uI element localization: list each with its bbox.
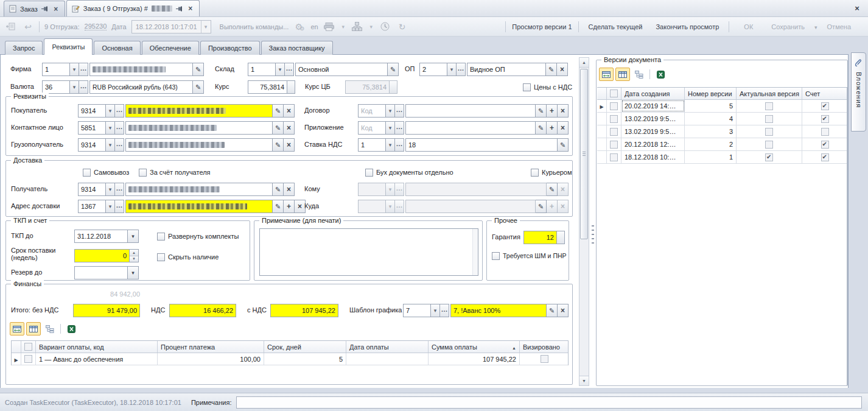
- cell-actual[interactable]: [737, 138, 802, 150]
- table-row[interactable]: 1 — Аванс до обеспечения 100,00 5 107 94…: [12, 353, 568, 365]
- buh-docs-checkbox[interactable]: Бух документы отдельно: [365, 168, 453, 177]
- undo-icon[interactable]: ↩: [22, 21, 34, 33]
- gruz-code-combo[interactable]: 9314: [78, 138, 124, 152]
- tkp-do-date-field[interactable]: 31.12.2018: [74, 230, 139, 243]
- edit-icon[interactable]: [273, 121, 284, 135]
- edit-icon[interactable]: [193, 80, 204, 94]
- cell-num[interactable]: 4: [685, 113, 737, 125]
- main-scrollbar[interactable]: ▲ ▼: [579, 57, 589, 386]
- s-nds-field[interactable]: 107 945,22: [270, 304, 338, 317]
- row-checkbox[interactable]: [607, 125, 621, 138]
- tab-zakaz-postavschiku[interactable]: Заказ поставщику: [261, 41, 333, 55]
- valuta-code-combo[interactable]: 36: [42, 80, 88, 94]
- lookup-icon[interactable]: [440, 304, 449, 317]
- clear-icon[interactable]: [557, 63, 568, 76]
- scrollbar-thumb[interactable]: [580, 69, 588, 239]
- lookup-icon[interactable]: [115, 200, 124, 213]
- clear-icon[interactable]: [284, 138, 295, 152]
- pokupatel-name-field[interactable]: [125, 104, 295, 118]
- cell-schet[interactable]: [802, 138, 847, 150]
- row-checkbox[interactable]: [607, 151, 621, 163]
- add-icon[interactable]: [284, 200, 295, 213]
- kurs-cb-field[interactable]: 75,3814: [345, 80, 397, 94]
- garantiya-button[interactable]: [557, 231, 565, 244]
- scroll-down-icon[interactable]: ▼: [579, 376, 589, 385]
- clear-icon[interactable]: [284, 121, 295, 135]
- primechanie-textarea[interactable]: [259, 228, 478, 276]
- checkbox-icon[interactable]: [765, 115, 773, 123]
- chevron-down-icon[interactable]: [106, 200, 115, 213]
- pokupatel-code-combo[interactable]: 9314: [78, 104, 124, 118]
- edit-icon[interactable]: [273, 200, 284, 213]
- adres-code-combo[interactable]: 1367: [78, 200, 124, 213]
- table-row[interactable]: 13.02.2019 9:5… 3: [597, 125, 847, 138]
- cell-schet[interactable]: [802, 113, 847, 125]
- prilozhenie-field[interactable]: [405, 121, 569, 135]
- row-checkbox[interactable]: [607, 113, 621, 125]
- samovyvoz-checkbox[interactable]: Самовывоз: [83, 168, 129, 177]
- history-clock-icon[interactable]: [379, 21, 391, 33]
- checkbox-icon[interactable]: [157, 233, 165, 241]
- cancel-button[interactable]: Отмена: [824, 21, 855, 32]
- add-icon[interactable]: [547, 121, 558, 135]
- tab-order-shipment[interactable]: Заказ ( 9 Отгрузка) # ×: [66, 0, 200, 16]
- cell-percent[interactable]: 100,00: [158, 353, 264, 365]
- close-icon[interactable]: ×: [52, 5, 60, 13]
- skryt-checkbox[interactable]: Скрыть наличие: [157, 253, 219, 261]
- chevron-down-icon[interactable]: [106, 104, 115, 118]
- op-code-combo[interactable]: 2: [419, 63, 466, 76]
- gruz-name-field[interactable]: [125, 138, 295, 152]
- kuryerom-checkbox[interactable]: Курьером: [531, 168, 572, 177]
- srok-spin-field[interactable]: 0 ▲▼: [74, 249, 139, 262]
- checkbox-icon[interactable]: [765, 102, 773, 110]
- checkbox-icon[interactable]: [821, 153, 829, 161]
- select-all-checkbox[interactable]: [607, 88, 621, 99]
- stavka-nds-field[interactable]: 18: [405, 138, 569, 152]
- row-checkbox[interactable]: [21, 353, 36, 365]
- cell-actual[interactable]: [737, 100, 802, 112]
- add-icon[interactable]: [547, 104, 558, 118]
- tab-attachments[interactable]: Вложения: [851, 52, 866, 132]
- edit-icon[interactable]: [547, 304, 558, 317]
- dogovor-code-combo[interactable]: Код: [358, 104, 404, 118]
- kurs-button[interactable]: [287, 80, 295, 94]
- checkbox-icon[interactable]: [765, 141, 773, 149]
- checkbox-icon[interactable]: [139, 169, 147, 177]
- checkbox-icon[interactable]: [83, 169, 91, 177]
- edit-icon[interactable]: [273, 183, 284, 196]
- kurs-field[interactable]: 75,3814: [248, 80, 295, 94]
- chevron-down-icon[interactable]: [106, 138, 115, 152]
- chevron-down-icon[interactable]: [431, 304, 440, 317]
- clear-icon[interactable]: [558, 104, 569, 118]
- document-date-input[interactable]: 18.12.2018 10:17:01: [131, 20, 211, 33]
- pin-icon[interactable]: [176, 5, 183, 12]
- edit-icon[interactable]: [546, 63, 557, 76]
- itogo-field[interactable]: 91 479,00: [73, 304, 140, 317]
- chevron-down-icon[interactable]: [447, 63, 457, 76]
- stavka-nds-combo[interactable]: 1: [358, 138, 404, 152]
- tab-rekvizity[interactable]: Реквизиты: [44, 38, 93, 55]
- checkbox-icon[interactable]: [765, 128, 773, 136]
- cell-schet[interactable]: [802, 151, 847, 163]
- garantiya-field[interactable]: 12: [523, 231, 565, 244]
- clear-icon[interactable]: [558, 304, 569, 317]
- save-button[interactable]: Сохранить: [768, 21, 808, 32]
- chevron-down-icon[interactable]: [386, 104, 395, 118]
- vat-prices-checkbox[interactable]: Цены с НДС: [523, 83, 572, 91]
- sklad-code-combo[interactable]: 1: [248, 63, 294, 76]
- pin-icon[interactable]: [41, 5, 49, 13]
- column-header[interactable]: Актуальная версия: [737, 88, 802, 99]
- checkbox-icon[interactable]: [365, 169, 373, 177]
- adres-field[interactable]: [125, 200, 306, 213]
- lookup-icon[interactable]: [115, 183, 124, 196]
- checkbox-icon[interactable]: [821, 141, 829, 149]
- checkbox-icon[interactable]: [492, 252, 500, 260]
- chevron-down-icon[interactable]: [276, 63, 285, 76]
- group-panel-icon[interactable]: [632, 68, 646, 81]
- best-fit-icon[interactable]: [599, 68, 614, 81]
- cell-num[interactable]: 5: [685, 100, 737, 112]
- checkbox-icon[interactable]: [523, 83, 531, 91]
- cell-num[interactable]: 1: [685, 151, 737, 163]
- close-icon[interactable]: ×: [187, 5, 194, 12]
- checkbox-icon[interactable]: [24, 355, 32, 363]
